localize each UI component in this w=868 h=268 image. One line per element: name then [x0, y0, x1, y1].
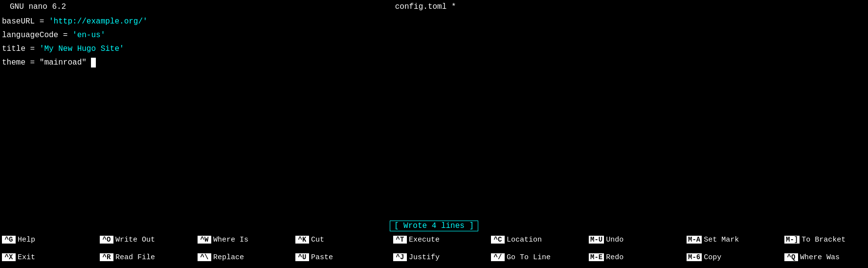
line-text: baseURL = [2, 16, 49, 27]
shortcut-row-2: ^XExit^RRead File^\Replace^UPaste^JJusti… [0, 250, 868, 268]
line-text: 'en-us' [72, 30, 105, 41]
shortcut-key: ^J [393, 253, 407, 261]
shortcut-item-undo[interactable]: M-UUndo [587, 233, 685, 246]
shortcut-key: ^\ [198, 253, 211, 261]
shortcut-label: Cut [311, 236, 324, 244]
status-bar: [ Wrote 4 lines ] [0, 219, 868, 233]
shortcut-item-read-file[interactable]: ^RRead File [98, 250, 196, 264]
shortcut-item-location[interactable]: ^CLocation [489, 233, 587, 246]
shortcut-item-write-out[interactable]: ^OWrite Out [98, 233, 196, 246]
shortcut-item-to-bracket[interactable]: M-]To Bracket [782, 233, 868, 246]
shortcut-label: Where Is [213, 236, 248, 244]
shortcut-key: ^K [295, 236, 309, 244]
shortcut-label: Set Mark [704, 236, 739, 244]
shortcut-key: ^O [100, 236, 113, 244]
shortcut-key: ^Q [784, 253, 798, 261]
shortcut-label: Paste [311, 253, 333, 262]
shortcut-item-copy[interactable]: M-6Copy [685, 250, 782, 264]
nano-version: GNU nano 6.2 [10, 2, 66, 11]
line-text: languageCode = [2, 30, 72, 41]
shortcut-key: M-] [784, 236, 800, 244]
shortcut-key: M-A [687, 236, 702, 244]
shortcut-label: Redo [606, 253, 623, 262]
shortcut-item-where-was[interactable]: ^QWhere Was [782, 250, 868, 264]
shortcut-key: M-6 [687, 253, 702, 261]
shortcut-item-paste[interactable]: ^UPaste [293, 250, 391, 264]
text-cursor [91, 58, 96, 67]
shortcut-row-1: ^GHelp^OWrite Out^WWhere Is^KCut^TExecut… [0, 233, 868, 250]
shortcut-label: Copy [704, 253, 721, 262]
shortcut-label: Help [18, 236, 35, 244]
shortcut-item-redo[interactable]: M-ERedo [587, 250, 685, 264]
shortcut-label: Write Out [115, 236, 155, 244]
line-text: 'My New Hugo Site' [40, 44, 124, 54]
shortcut-item-exit[interactable]: ^XExit [0, 250, 98, 264]
shortcut-key: ^C [491, 236, 505, 244]
shortcut-item-justify[interactable]: ^JJustify [391, 250, 489, 264]
shortcut-label: Exit [18, 253, 35, 262]
shortcut-item-replace[interactable]: ^\Replace [196, 250, 293, 264]
line-text: theme = "mainroad" [2, 57, 91, 68]
shortcut-item-cut[interactable]: ^KCut [293, 233, 391, 246]
shortcut-label: Justify [409, 253, 440, 262]
shortcut-key: ^T [393, 236, 407, 244]
line-text: title = [2, 44, 40, 54]
shortcut-label: Read File [115, 253, 155, 262]
shortcut-key: ^W [198, 236, 211, 244]
shortcut-key: M-U [589, 236, 604, 244]
shortcut-key: ^X [2, 253, 16, 261]
shortcut-label: Undo [606, 236, 623, 244]
shortcut-label: Where Was [800, 253, 840, 262]
shortcut-key: ^/ [491, 253, 505, 261]
shortcut-key: ^U [295, 253, 309, 261]
line-text: 'http://example.org/' [49, 16, 148, 27]
shortcut-key: M-E [589, 253, 604, 261]
code-line-2: title = 'My New Hugo Site' [2, 42, 866, 56]
shortcut-item-execute[interactable]: ^TExecute [391, 233, 489, 246]
shortcut-item-set-mark[interactable]: M-ASet Mark [685, 233, 782, 246]
shortcut-bar: ^GHelp^OWrite Out^WWhere Is^KCut^TExecut… [0, 233, 868, 268]
shortcut-label: Execute [409, 236, 440, 244]
status-message: [ Wrote 4 lines ] [390, 221, 478, 231]
shortcut-item-where-is[interactable]: ^WWhere Is [196, 233, 293, 246]
title-bar: GNU nano 6.2 config.toml * [0, 0, 868, 14]
shortcut-label: Replace [213, 253, 244, 262]
shortcut-label: To Bracket [801, 236, 846, 244]
code-line-0: baseURL = 'http://example.org/' [2, 15, 866, 28]
shortcut-item-go-to-line[interactable]: ^/Go To Line [489, 250, 587, 264]
code-line-3: theme = "mainroad" [2, 56, 866, 69]
shortcut-label: Go To Line [507, 253, 551, 262]
shortcut-item-help[interactable]: ^GHelp [0, 233, 98, 246]
code-line-1: languageCode = 'en-us' [2, 28, 866, 42]
shortcut-key: ^G [2, 236, 16, 244]
file-name: config.toml * [395, 2, 456, 11]
shortcut-label: Location [507, 236, 542, 244]
shortcut-key: ^R [100, 253, 113, 261]
editor-area[interactable]: baseURL = 'http://example.org/'languageC… [0, 14, 868, 219]
